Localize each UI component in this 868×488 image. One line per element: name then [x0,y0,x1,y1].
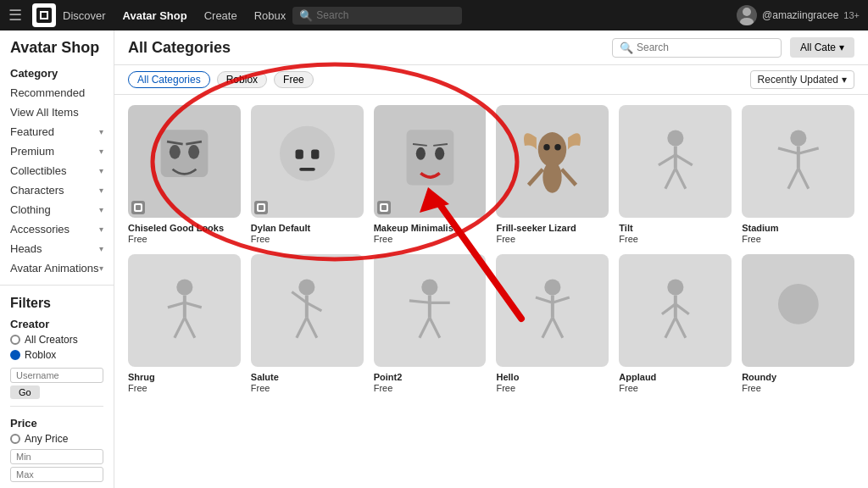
svg-rect-3 [161,130,209,177]
sidebar-item-collectibles[interactable]: Collectibles ▾ [10,161,103,180]
page-title: Avatar Shop [0,39,114,65]
chevron-icon: ▾ [99,205,103,214]
item-price: Free [251,234,364,244]
item-thumbnail [742,254,854,367]
item-card-dylan[interactable]: Dylan Default Free [251,105,364,244]
item-name: Makeup Minimalist [374,222,487,234]
item-price: Free [496,383,609,393]
sidebar-item-recommended[interactable]: Recommended [10,83,103,103]
sort-label: Recently Updated [758,74,838,86]
svg-point-25 [555,144,561,150]
item-name: Dylan Default [251,222,364,234]
item-thumbnail [619,254,732,367]
item-card-makeup[interactable]: Makeup Minimalist Free [374,105,487,244]
chevron-icon: ▾ [99,225,103,234]
all-categories-button[interactable]: All Cate ▾ [790,37,854,58]
svg-line-51 [297,318,307,338]
top-nav: ☰ Discover Avatar Shop Create Robux 🔍 @a… [0,0,868,30]
sidebar-item-heads[interactable]: Heads ▾ [10,239,103,258]
item-card-lizard[interactable]: Frill-seeker Lizard Free [496,105,609,244]
svg-line-68 [676,304,689,314]
sidebar-item-avatar-animations[interactable]: Avatar Animations ▾ [10,258,103,278]
tab-free[interactable]: Free [274,71,314,88]
svg-point-47 [299,279,315,295]
nav-search-input[interactable] [316,9,452,21]
item-card-shrug[interactable]: Shrug Free [128,254,241,393]
hamburger-icon[interactable]: ☰ [8,6,22,25]
sidebar-divider-2 [10,406,103,407]
svg-point-5 [188,145,199,159]
chevron-down-icon: ▾ [839,42,844,53]
item-card-applaud[interactable]: Applaud Free [619,254,732,393]
filter-tabs-row: All Categories Roblox Free Recently Upda… [114,65,868,95]
svg-point-59 [544,279,560,295]
svg-line-45 [174,318,184,338]
svg-line-37 [778,147,798,152]
category-title: Category [10,65,103,83]
nav-avatar-shop[interactable]: Avatar Shop [123,9,187,22]
search-icon: 🔍 [299,9,313,22]
chevron-icon: ▾ [99,244,103,253]
svg-rect-12 [311,149,319,158]
svg-rect-11 [295,149,303,158]
nav-search-area: 🔍 [292,7,730,25]
svg-point-2 [740,18,754,25]
sort-dropdown[interactable]: Recently Updated ▾ [750,70,854,89]
nav-discover[interactable]: Discover [63,9,106,22]
price-min-input[interactable] [10,449,103,464]
svg-point-41 [176,279,192,295]
svg-line-58 [430,318,440,338]
item-thumbnail [251,105,364,218]
sidebar-item-accessories[interactable]: Accessories ▾ [10,219,103,239]
item-name: Roundy [742,371,854,383]
user-avatar-area[interactable]: @amaziingracee 13+ [737,5,860,25]
main-search-box[interactable]: 🔍 [612,38,782,58]
main-search-input[interactable] [637,42,772,53]
nav-robux[interactable]: Robux [254,9,287,22]
username-input[interactable] [10,368,103,383]
nav-search-box[interactable]: 🔍 [292,7,462,25]
sidebar-item-clothing[interactable]: Clothing ▾ [10,200,103,219]
sidebar-item-view-all[interactable]: View All Items [10,103,103,122]
item-card-stadium[interactable]: Stadium Free [742,105,854,244]
price-range-inputs [10,449,103,482]
item-card-tilt[interactable]: Tilt Free [619,105,732,244]
item-price: Free [128,383,241,393]
tab-roblox[interactable]: Roblox [217,71,267,88]
creator-roblox-option[interactable]: Roblox [10,347,103,363]
item-card-chiseled[interactable]: Chiseled Good Looks Free [128,105,241,244]
item-name: Shrug [128,371,241,383]
sidebar-item-featured[interactable]: Featured ▾ [10,122,103,141]
item-name: Tilt [619,222,732,234]
go-button[interactable]: Go [10,385,40,399]
tab-all-categories[interactable]: All Categories [128,71,210,88]
filters-section: Filters Creator All Creators Roblox Go P… [0,292,114,488]
sidebar-item-characters[interactable]: Characters ▾ [10,180,103,200]
user-avatar [737,5,757,25]
creator-all-option[interactable]: All Creators [10,332,103,347]
svg-rect-15 [259,205,264,210]
svg-line-27 [529,169,543,186]
nav-create[interactable]: Create [204,9,237,22]
item-card-hello[interactable]: Hello Free [496,254,609,393]
price-any-option[interactable]: Any Price [10,431,103,446]
all-cate-label: All Cate [800,42,836,53]
roblox-logo [32,3,56,27]
item-price: Free [251,383,364,393]
item-card-salute[interactable]: Salute Free [251,254,364,393]
svg-line-70 [676,318,686,338]
chevron-icon: ▾ [99,166,103,175]
item-thumbnail [128,105,241,218]
item-card-roundy[interactable]: Roundy Free [742,254,854,393]
item-price: Free [128,234,241,244]
price-max-input[interactable] [10,467,103,482]
chevron-icon: ▾ [99,186,103,195]
svg-line-38 [798,147,819,152]
svg-line-67 [662,304,676,314]
nav-right: @amaziingracee 13+ [737,5,860,25]
user-age-label: 13+ [843,10,860,20]
item-card-point2[interactable]: Point2 Free [374,254,487,393]
svg-line-44 [184,302,201,308]
price-section-title: Price [10,413,103,431]
sidebar-item-premium[interactable]: Premium ▾ [10,141,103,161]
